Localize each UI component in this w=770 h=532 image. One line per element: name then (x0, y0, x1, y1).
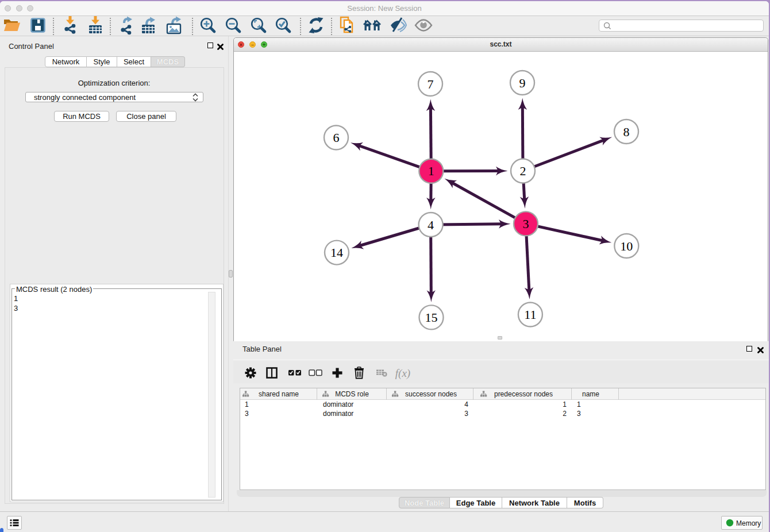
svg-text:2: 2 (520, 164, 526, 178)
svg-text:1: 1 (428, 164, 434, 178)
svg-text:10: 10 (620, 239, 633, 253)
svg-text:f(x): f(x) (395, 367, 410, 380)
svg-text:6: 6 (333, 130, 340, 145)
svg-text:7: 7 (428, 77, 434, 91)
svg-text:8: 8 (623, 125, 630, 139)
svg-text:3: 3 (523, 217, 529, 231)
svg-text:14: 14 (330, 245, 343, 260)
svg-text:11: 11 (524, 307, 536, 322)
svg-text:9: 9 (519, 76, 526, 90)
svg-text:4: 4 (428, 218, 434, 232)
svg-text:15: 15 (425, 310, 438, 325)
